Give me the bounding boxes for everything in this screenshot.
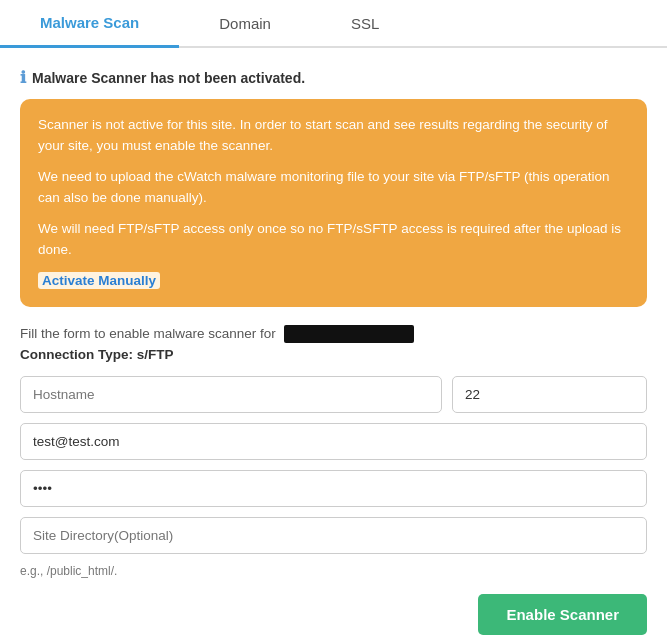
tab-malware-scan[interactable]: Malware Scan bbox=[0, 0, 179, 48]
warning-line-1: Scanner is not active for this site. In … bbox=[38, 115, 629, 157]
tab-ssl[interactable]: SSL bbox=[311, 0, 419, 46]
warning-line-2: We need to upload the cWatch malware mon… bbox=[38, 167, 629, 209]
hostname-input[interactable] bbox=[20, 376, 442, 413]
port-input[interactable] bbox=[452, 376, 647, 413]
form-description: Fill the form to enable malware scanner … bbox=[20, 325, 647, 343]
tab-domain[interactable]: Domain bbox=[179, 0, 311, 46]
alert-header: ℹ Malware Scanner has not been activated… bbox=[20, 68, 647, 87]
warning-box: Scanner is not active for this site. In … bbox=[20, 99, 647, 307]
hint-text: e.g., /public_html/. bbox=[20, 564, 647, 578]
site-directory-input[interactable] bbox=[20, 517, 647, 554]
info-icon: ℹ bbox=[20, 68, 26, 87]
redacted-domain bbox=[284, 325, 414, 343]
enable-scanner-button[interactable]: Enable Scanner bbox=[478, 594, 647, 635]
username-input[interactable] bbox=[20, 423, 647, 460]
tabs-container: Malware Scan Domain SSL bbox=[0, 0, 667, 48]
form-description-text: Fill the form to enable malware scanner … bbox=[20, 326, 276, 341]
alert-message: Malware Scanner has not been activated. bbox=[32, 70, 305, 86]
warning-line-3: We will need FTP/sFTP access only once s… bbox=[38, 219, 629, 261]
password-input[interactable] bbox=[20, 470, 647, 507]
activate-manually-link[interactable]: Activate Manually bbox=[38, 272, 160, 289]
main-content: ℹ Malware Scanner has not been activated… bbox=[0, 48, 667, 635]
button-row: Enable Scanner bbox=[20, 594, 647, 635]
connection-type-label: Connection Type: s/FTP bbox=[20, 347, 647, 362]
hostname-port-row bbox=[20, 376, 647, 413]
